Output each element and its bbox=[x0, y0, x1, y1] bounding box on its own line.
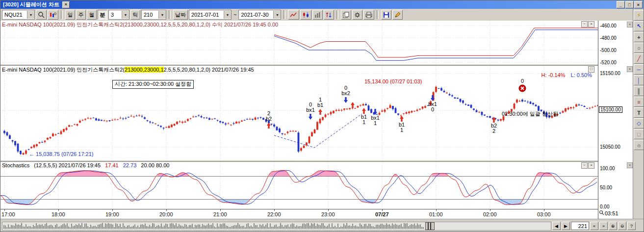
time-label: 17:00 bbox=[1, 211, 15, 217]
save-button[interactable] bbox=[381, 10, 391, 20]
stochastic-name: Stochastics bbox=[2, 162, 29, 168]
tick-interval-combo[interactable]: 210 ▼ bbox=[141, 10, 166, 20]
stock-search-button[interactable] bbox=[48, 10, 58, 20]
line-chart-button[interactable] bbox=[288, 10, 299, 20]
bar-count-input[interactable]: 221 bbox=[571, 222, 589, 230]
settings-button[interactable] bbox=[352, 10, 362, 20]
tool-text-button[interactable]: T bbox=[634, 107, 644, 118]
tool-fibonacci-button[interactable]: ≡ bbox=[634, 97, 644, 107]
stochastic-d-value: 22.73 bbox=[123, 162, 137, 168]
signal-markers: 2b20bx11b10bx2b11bx11b11bx10b22 bbox=[266, 85, 497, 134]
tool-crosshair-button[interactable]: + bbox=[634, 32, 644, 42]
minute-interval-combo[interactable]: 3 ▼ bbox=[108, 10, 129, 20]
edit-button[interactable] bbox=[392, 10, 403, 20]
price-axis[interactable]: 03:51 -460.00-480.00-500.00-520.0015150.… bbox=[598, 21, 633, 219]
axis-label: -500.00 bbox=[600, 48, 617, 53]
high-low-change: H: -0.14% L: 0.50% bbox=[541, 72, 592, 78]
help-button[interactable]: ? bbox=[627, 222, 636, 230]
tool-eraser-button[interactable]: □ bbox=[634, 129, 644, 139]
stochastic-panel: Stochastics (12.5,5,5) 2021/07/26 19:45 … bbox=[0, 162, 598, 209]
tool-parallel-channel-button[interactable]: ║ bbox=[634, 86, 644, 96]
svg-text:0: 0 bbox=[431, 106, 434, 112]
up-down-arrows-icon bbox=[326, 12, 332, 18]
close-button[interactable]: × bbox=[634, 1, 643, 8]
time-label: 20:00 bbox=[159, 211, 173, 217]
range-thumb[interactable] bbox=[425, 222, 435, 230]
date-from-combo[interactable]: 2021-07-01 ▼ bbox=[189, 10, 232, 20]
panel-minimize-icon[interactable]: − bbox=[581, 162, 588, 169]
stochastic-k-value: 17.41 bbox=[105, 162, 119, 168]
signal-arrow-up bbox=[351, 102, 355, 108]
time-tick bbox=[436, 209, 437, 211]
jump-start-button[interactable]: « bbox=[590, 222, 598, 230]
tool-zoom-button[interactable]: ○ bbox=[634, 43, 644, 53]
tool-vertical-line-button[interactable]: │ bbox=[634, 75, 644, 85]
symbol-combo[interactable]: NQU21 ▼ bbox=[2, 10, 35, 20]
scroll-left-button[interactable]: ◀ bbox=[552, 222, 561, 230]
chevron-down-icon[interactable]: ▼ bbox=[158, 11, 166, 19]
axis-scale-icon[interactable]: × bbox=[627, 66, 633, 72]
bar-chart-button[interactable] bbox=[312, 10, 323, 20]
zoom-in-button[interactable]: ⊕ bbox=[609, 222, 617, 230]
time-label: 01:00 bbox=[429, 211, 443, 217]
data-range-track[interactable] bbox=[2, 222, 551, 231]
tool-trendline-button[interactable]: ╱ bbox=[634, 53, 644, 64]
scroll-right-button[interactable]: ▶ bbox=[562, 222, 570, 230]
tool-settings-button[interactable]: ☼ bbox=[634, 140, 644, 150]
axis-label: 15150.00 bbox=[600, 71, 620, 76]
highlighted-parameters: 213000,23000,1 bbox=[125, 67, 164, 73]
toolbar-separator bbox=[169, 10, 171, 19]
tool-horizontal-line-button[interactable]: ─ bbox=[634, 64, 644, 75]
stochastic-chart[interactable] bbox=[0, 162, 598, 209]
print-button[interactable] bbox=[363, 10, 374, 20]
time-label: 21:00 bbox=[213, 211, 227, 217]
chevron-down-icon[interactable]: ▼ bbox=[122, 11, 129, 19]
axis-scale-icon[interactable]: × bbox=[627, 22, 633, 27]
svg-text:b2: b2 bbox=[266, 116, 272, 122]
period-day-button[interactable]: 일 bbox=[65, 10, 75, 20]
date-button[interactable]: 날짜 bbox=[173, 10, 188, 20]
tool-pattern-button[interactable]: ◇ bbox=[634, 118, 644, 129]
tick-button[interactable]: 틱 bbox=[130, 10, 140, 20]
axis-label: 15100.00 bbox=[599, 106, 622, 113]
panel-minimize-icon[interactable]: − bbox=[581, 21, 588, 27]
svg-text:1: 1 bbox=[362, 119, 365, 125]
jump-end-button[interactable]: » bbox=[599, 222, 608, 230]
line-chart-icon bbox=[290, 12, 297, 18]
chevron-down-icon[interactable]: ▼ bbox=[273, 11, 281, 19]
panel-close-icon[interactable]: × bbox=[588, 21, 594, 27]
chevron-down-icon[interactable]: ▼ bbox=[224, 11, 231, 19]
period-month-button[interactable]: 월 bbox=[87, 10, 97, 20]
time-label: 03:00 bbox=[537, 211, 551, 217]
sort-button[interactable] bbox=[324, 10, 334, 20]
period-minute-button[interactable]: 분 bbox=[98, 10, 107, 20]
zoom-out-button[interactable]: ⊖ bbox=[618, 222, 626, 230]
maximize-button[interactable]: □ bbox=[625, 1, 634, 8]
tab-close-button[interactable]: × bbox=[62, 1, 70, 8]
axis-zoom-icon[interactable] bbox=[599, 210, 604, 216]
candlestick-chart[interactable]: 2b20bx11b10bx2b11bx11b11bx10b22015,134.0… bbox=[0, 66, 598, 160]
signal-arrow-up bbox=[400, 116, 404, 122]
date-to-combo[interactable]: 2021-07-30 ▼ bbox=[238, 10, 281, 20]
drawing-toolbar: ⚡↖+○╱─│║≡T◇□☼ bbox=[633, 9, 644, 219]
time-tick bbox=[166, 209, 167, 211]
main-panel-title: E-mini NASDAQ 100(2021.09) 민전기스톡캐스틱2(213… bbox=[2, 66, 254, 73]
copy-button[interactable] bbox=[341, 10, 351, 20]
indicator-name: E-mini NASDAQ 100(2021.09) 민전기스톡캐스틱2( bbox=[2, 67, 125, 73]
printer-icon bbox=[365, 12, 372, 18]
panel-restore-icon[interactable]: □ bbox=[588, 66, 594, 73]
tool-cursor-button[interactable]: ↖ bbox=[634, 21, 644, 31]
minimize-button[interactable]: _ bbox=[617, 1, 625, 8]
period-week-button[interactable]: 주 bbox=[76, 10, 86, 20]
chevron-down-icon[interactable]: ▼ bbox=[27, 11, 34, 19]
date-from-value: 2021-07-01 bbox=[191, 12, 222, 18]
axis-scale-icon[interactable]: × bbox=[627, 162, 633, 168]
time-label: 23:00 bbox=[321, 211, 335, 217]
trend-dashed-line bbox=[274, 114, 362, 148]
symbol-search-button[interactable] bbox=[36, 10, 47, 20]
time-label: 19:00 bbox=[105, 211, 119, 217]
panel-close-icon[interactable]: × bbox=[588, 162, 594, 169]
time-tick bbox=[274, 209, 275, 211]
candle-chart-button[interactable] bbox=[300, 10, 311, 20]
tool-simulation-bolt-button[interactable]: ⚡ bbox=[634, 10, 644, 21]
